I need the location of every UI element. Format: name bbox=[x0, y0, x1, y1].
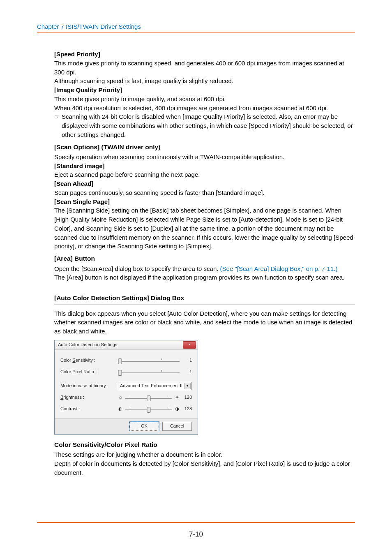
body-content: [Speed Priority] This mode gives priorit… bbox=[37, 50, 355, 477]
label-mode-binary: Mode in case of binary : bbox=[60, 383, 118, 389]
image-quality-p1: This mode gives priority to image qualit… bbox=[54, 95, 355, 104]
dialog-footer: OK Cancel bbox=[55, 418, 198, 434]
standard-image-text: Eject a scanned page before scanning the… bbox=[54, 170, 355, 179]
standard-image-title: [Standard image] bbox=[54, 162, 355, 171]
footer-rule bbox=[37, 522, 355, 523]
scan-ahead-title: [Scan Ahead] bbox=[54, 179, 355, 188]
label-contrast: Contrast : bbox=[60, 406, 118, 412]
color-sensitivity-heading: Color Sensitivity/Color Pixel Ratio bbox=[54, 440, 355, 449]
area-button-link[interactable]: (See "[Scan Area] Dialog Box," on p. 7-1… bbox=[220, 265, 338, 272]
cancel-button[interactable]: Cancel bbox=[162, 422, 192, 431]
value-color-sensitivity: 1 bbox=[182, 357, 192, 364]
scan-single-title: [Scan Single Page] bbox=[54, 197, 355, 206]
label-color-pixel-ratio: Color Pixel Ratio : bbox=[60, 369, 118, 375]
image-quality-p2: When 400 dpi resolution is selected, 400… bbox=[54, 104, 355, 113]
value-color-pixel-ratio: 1 bbox=[182, 369, 192, 375]
combo-mode-binary[interactable]: Advanced Text Enhancement II ▼ bbox=[118, 382, 192, 390]
speed-priority-p2: Although scanning speed is fast, image q… bbox=[54, 76, 355, 86]
ok-button[interactable]: OK bbox=[129, 422, 159, 431]
scan-options-intro: Specify operation when scanning continuo… bbox=[54, 153, 355, 162]
image-quality-title: [Image Quality Priority] bbox=[54, 86, 355, 95]
scan-single-text: The [Scanning Side] setting on the [Basi… bbox=[54, 206, 355, 251]
scan-options-heading: [Scan Options] (TWAIN driver only) bbox=[54, 143, 355, 152]
slider-brightness[interactable] bbox=[125, 394, 172, 401]
auto-color-section-title: [Auto Color Detection Settings] Dialog B… bbox=[54, 294, 355, 305]
sun-dim-icon: ☼ bbox=[118, 394, 123, 401]
speed-priority-title: [Speed Priority] bbox=[54, 50, 355, 59]
combo-mode-binary-value: Advanced Text Enhancement II bbox=[120, 383, 182, 389]
auto-color-dialog: Auto Color Detection Settings × Color Se… bbox=[54, 340, 198, 435]
contrast-high-icon: ◑ bbox=[175, 406, 180, 412]
note-text: Scanning with 24-bit Color is disabled w… bbox=[62, 112, 355, 139]
area-button-p1: Open the [Scan Area] dialog box to speci… bbox=[54, 264, 355, 273]
label-color-sensitivity: Color Sensitivity : bbox=[60, 357, 118, 364]
auto-color-intro: This dialog box appears when you select … bbox=[54, 309, 355, 336]
chevron-down-icon: ▼ bbox=[184, 383, 191, 389]
slider-color-sensitivity[interactable] bbox=[118, 357, 180, 364]
sun-bright-icon: ☀ bbox=[175, 394, 180, 401]
image-quality-note: ☞ Scanning with 24-bit Color is disabled… bbox=[54, 112, 355, 139]
page-number: 7-10 bbox=[0, 530, 392, 539]
header-rule bbox=[37, 32, 355, 33]
slider-color-pixel-ratio[interactable] bbox=[118, 368, 180, 376]
dialog-close-button[interactable]: × bbox=[183, 341, 196, 349]
chapter-header: Chapter 7 ISIS/TWAIN Driver Settings bbox=[37, 23, 355, 30]
note-pointer-icon: ☞ bbox=[54, 112, 62, 139]
scan-ahead-text: Scan pages continuously, so scanning spe… bbox=[54, 188, 355, 197]
dialog-title: Auto Color Detection Settings bbox=[58, 342, 117, 348]
value-brightness: 128 bbox=[182, 394, 192, 401]
contrast-low-icon: ◐ bbox=[118, 406, 123, 412]
speed-priority-p1: This mode gives priority to scanning spe… bbox=[54, 59, 355, 77]
color-sensitivity-p2: Depth of color in documents is detected … bbox=[54, 459, 355, 477]
area-button-heading: [Area] Button bbox=[54, 254, 355, 263]
label-brightness: Brightness : bbox=[60, 394, 118, 401]
area-button-p1a: Open the [Scan Area] dialog box to speci… bbox=[54, 265, 220, 272]
slider-contrast[interactable] bbox=[125, 405, 172, 413]
color-sensitivity-p1: These settings are for judging whether a… bbox=[54, 450, 355, 459]
area-button-p2: The [Area] button is not displayed if th… bbox=[54, 273, 355, 282]
dialog-body: Color Sensitivity : 1 Color Pixel Ratio … bbox=[55, 350, 198, 418]
dialog-titlebar: Auto Color Detection Settings × bbox=[55, 340, 198, 350]
value-contrast: 128 bbox=[182, 406, 192, 412]
